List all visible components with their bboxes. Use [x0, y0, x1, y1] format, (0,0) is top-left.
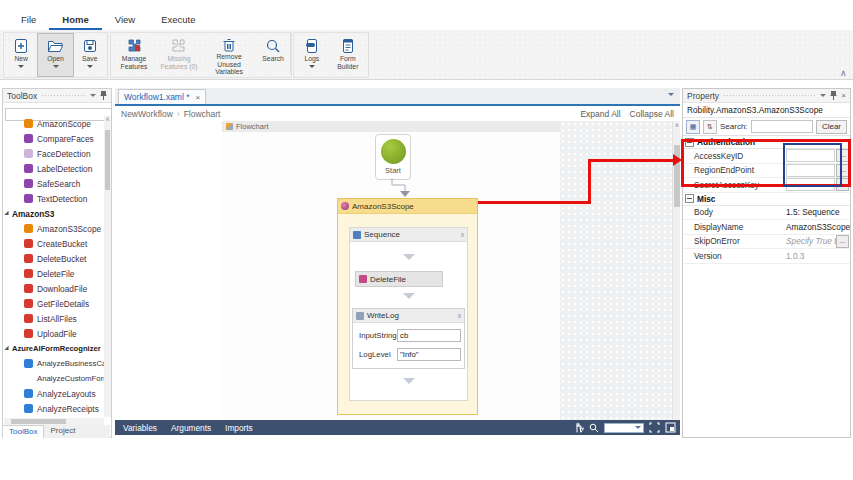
toolbox-item[interactable]: TextDetection — [3, 191, 104, 206]
toolbox-menu-caret-icon[interactable] — [90, 94, 96, 97]
toolbox-item[interactable]: DeleteFile — [3, 266, 104, 281]
save-dropdown-caret-icon[interactable] — [87, 65, 93, 68]
open-button[interactable]: Open — [37, 33, 73, 77]
toolbox-item[interactable]: GetFileDetails — [3, 296, 104, 311]
variables-button[interactable]: Variables — [123, 423, 157, 433]
collapse-box-icon[interactable] — [685, 194, 694, 203]
toolbox-item[interactable]: LabelDetection — [3, 161, 104, 176]
property-search-input[interactable] — [751, 120, 813, 133]
toolbox-group-azureaiformrecognizer[interactable]: AzureAIFormRecognizer — [3, 341, 104, 356]
toolbox-item[interactable]: AmazonScope — [3, 116, 104, 131]
clear-button[interactable]: Clear — [816, 120, 847, 134]
ribbon-separator — [290, 33, 291, 74]
regionendpoint-value-field[interactable] — [786, 164, 835, 177]
flowchart-canvas[interactable]: Flowchart Start AmazonS3Scope Sequence « — [115, 121, 680, 420]
browse-button[interactable]: … — [836, 164, 849, 177]
menu-view[interactable]: View — [102, 12, 148, 30]
arguments-button[interactable]: Arguments — [171, 423, 211, 433]
collapse-all-link[interactable]: Collapse All — [630, 109, 674, 119]
logs-dropdown-caret-icon[interactable] — [309, 65, 315, 68]
menu-home[interactable]: Home — [49, 12, 101, 30]
remove-unused-variables-button[interactable]: Remove Unused Variables — [202, 33, 256, 77]
property-value: AmazonS3Scope — [786, 222, 850, 232]
activity-icon — [24, 374, 33, 383]
toolbox-item[interactable]: AnalyzeCustomForms — [3, 371, 104, 386]
toolbox-item[interactable]: CompareFaces — [3, 131, 104, 146]
ribbon-search-button[interactable]: Search — [256, 33, 290, 77]
logs-button[interactable]: Logs — [295, 33, 329, 77]
expand-all-link[interactable]: Expand All — [580, 109, 620, 119]
toolbox-group-amazons3[interactable]: AmazonS3 — [3, 206, 104, 221]
breadcrumb-current[interactable]: Flowchart — [184, 109, 221, 119]
toolbox-horizontal-scrollbar[interactable] — [4, 418, 104, 425]
scrollbar-thumb[interactable] — [105, 130, 110, 190]
browse-button[interactable]: … — [836, 235, 849, 248]
property-row-body[interactable]: Body 1.5: Sequence — [683, 206, 850, 221]
tab-project[interactable]: Project — [44, 425, 81, 438]
toolbox-item-label: AnalyzeReceipts — [37, 404, 99, 414]
activity-icon — [24, 224, 33, 233]
toolbox-item[interactable]: SafeSearch — [3, 176, 104, 191]
ribbon-collapse-icon[interactable]: ∧ — [840, 68, 847, 78]
toolbox-item[interactable]: FaceDetection — [3, 146, 104, 161]
collapse-box-icon[interactable] — [685, 138, 694, 147]
zoom-search-icon[interactable] — [589, 423, 599, 433]
save-button[interactable]: Save — [74, 33, 106, 77]
toolbox-vertical-scrollbar[interactable]: ∧ — [104, 116, 111, 417]
imports-button[interactable]: Imports — [225, 423, 253, 433]
menu-file[interactable]: File — [8, 12, 49, 30]
toolbox-item[interactable]: AmazonS3Scope — [3, 221, 104, 236]
secretaccesskey-value-field[interactable] — [786, 178, 835, 191]
close-tab-icon[interactable]: × — [196, 93, 201, 102]
overview-icon[interactable] — [665, 422, 676, 433]
workflow-tab[interactable]: Workflow1.xaml * × — [118, 89, 206, 104]
property-name: SkipOnError — [683, 236, 786, 246]
open-dropdown-caret-icon[interactable] — [53, 65, 59, 68]
categorized-view-icon[interactable]: ▦ — [686, 120, 700, 134]
property-value: 1.0.3 — [786, 251, 850, 261]
fit-to-screen-icon[interactable] — [649, 422, 660, 433]
alphabetical-sort-icon[interactable]: ⇅ — [703, 120, 717, 134]
property-row-skiponerror[interactable]: SkipOnError Specify True to … — [683, 235, 850, 250]
toolbox-item[interactable]: DeleteBucket — [3, 251, 104, 266]
browse-button[interactable]: … — [836, 178, 849, 191]
property-row-regionendpoint[interactable]: RegionEndPoint … — [683, 164, 850, 179]
tab-list-caret-icon[interactable] — [668, 93, 674, 96]
pin-icon[interactable] — [100, 91, 107, 100]
toolbox-item[interactable]: DownloadFile — [3, 281, 104, 296]
scrollbar-thumb[interactable] — [11, 419, 66, 424]
activity-icon — [24, 149, 33, 158]
toolbox-item[interactable]: CreateBucket — [3, 236, 104, 251]
property-row-version[interactable]: Version 1.0.3 — [683, 249, 850, 264]
property-row-displayname[interactable]: DisplayName AmazonS3Scope — [683, 220, 850, 235]
toolbox-item-label: LabelDetection — [37, 164, 92, 174]
toolbox-item[interactable]: AnalyzeBusinessCards — [3, 356, 104, 371]
category-misc[interactable]: Misc — [683, 193, 850, 206]
new-dropdown-caret-icon[interactable] — [18, 65, 24, 68]
toolbox-group-label: AzureAIFormRecognizer — [12, 344, 101, 353]
activity-icon — [24, 299, 33, 308]
property-row-accesskeyid[interactable]: AccessKeyID … — [683, 149, 850, 164]
pin-icon[interactable] — [830, 91, 837, 100]
accesskeyid-value-field[interactable] — [786, 149, 835, 162]
breadcrumb-root[interactable]: NewWorkflow — [121, 109, 173, 119]
tab-toolbox[interactable]: ToolBox — [2, 425, 44, 438]
zoom-combo[interactable] — [604, 423, 644, 433]
toolbox-item[interactable]: ListAllFiles — [3, 311, 104, 326]
toolbox-item[interactable]: UploadFile — [3, 326, 104, 341]
close-icon[interactable]: × — [841, 91, 846, 100]
toolbox-item[interactable]: AnalyzeReceipts — [3, 401, 104, 416]
workflow-designer: Workflow1.xaml * × NewWorkflow › Flowcha… — [115, 88, 680, 435]
pan-hand-icon[interactable] — [574, 422, 584, 433]
property-value: Specify True to — [786, 236, 836, 246]
property-row-secretaccesskey[interactable]: SecretAccessKey … — [683, 178, 850, 193]
new-button[interactable]: New — [5, 33, 37, 77]
category-authentication[interactable]: Authentication — [683, 136, 850, 149]
browse-button[interactable]: … — [836, 149, 849, 162]
menu-execute[interactable]: Execute — [148, 12, 208, 30]
property-menu-caret-icon[interactable] — [820, 94, 826, 97]
toolbox-item[interactable]: AnalyzeLayouts — [3, 386, 104, 401]
scroll-up-arrow-icon[interactable]: ∧ — [104, 116, 111, 123]
form-builder-button[interactable]: Form Builder — [329, 33, 367, 77]
manage-features-button[interactable]: Manage Features — [112, 33, 156, 77]
